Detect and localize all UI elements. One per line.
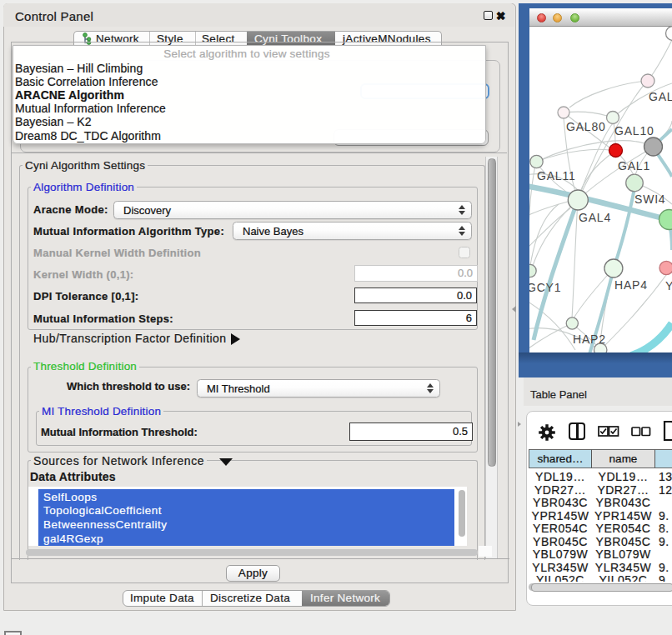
svg-text:HAP2: HAP2 [573,332,606,346]
svg-text:HAP4: HAP4 [614,278,648,292]
svg-text:GAL1: GAL1 [618,159,650,172]
svg-text:GCY1: GCY1 [529,281,561,294]
svg-text:GAL2: GAL2 [649,90,672,103]
svg-text:GAL10: GAL10 [614,124,654,138]
svg-text:Y: Y [665,279,672,292]
svg-text:GAL11: GAL11 [537,169,576,182]
svg-text:SWI4: SWI4 [634,192,665,206]
svg-text:GAL4: GAL4 [579,211,611,224]
svg-text:GAL80: GAL80 [566,120,606,133]
